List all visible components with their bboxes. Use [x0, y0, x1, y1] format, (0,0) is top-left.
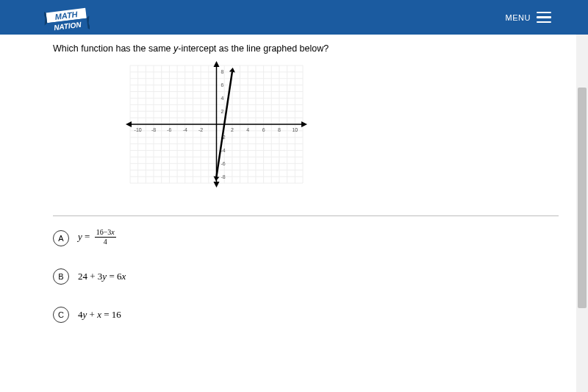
svg-marker-49	[126, 121, 132, 127]
choice-expression: y = 16−3x4	[78, 229, 116, 246]
scrollbar-thumb[interactable]	[578, 88, 587, 308]
choice-letter: A	[53, 230, 69, 246]
content-area: Which function has the same y-intercept …	[0, 35, 588, 392]
svg-marker-50	[214, 61, 220, 67]
svg-text:-10: -10	[135, 127, 142, 132]
menu-label: MENU	[506, 13, 531, 22]
scrollbar[interactable]	[576, 35, 588, 392]
hamburger-icon	[537, 12, 551, 24]
choice-c[interactable]: C 4y + x = 16	[53, 307, 559, 323]
svg-text:-6: -6	[167, 127, 171, 132]
svg-text:8: 8	[278, 127, 281, 132]
svg-text:8: 8	[221, 69, 224, 74]
choice-expression: 4y + x = 16	[78, 309, 121, 321]
choice-expression: 24 + 3y = 6x	[78, 271, 126, 282]
choice-a[interactable]: A y = 16−3x4	[53, 229, 559, 246]
menu-button[interactable]: MENU	[506, 12, 551, 24]
svg-text:-8: -8	[221, 174, 226, 179]
brand-logo: MATH NATION	[44, 6, 90, 35]
choice-letter: B	[53, 268, 69, 285]
svg-text:-4: -4	[183, 127, 187, 132]
svg-marker-48	[301, 121, 307, 127]
svg-text:6: 6	[221, 82, 224, 88]
svg-marker-51	[214, 182, 220, 188]
svg-text:-2: -2	[198, 127, 203, 132]
choice-letter: C	[53, 307, 69, 323]
svg-text:2: 2	[231, 127, 234, 132]
divider	[53, 215, 559, 216]
svg-text:2: 2	[221, 109, 224, 114]
choice-b[interactable]: B 24 + 3y = 6x	[53, 268, 559, 285]
svg-text:-8: -8	[151, 127, 156, 132]
svg-text:-6: -6	[221, 161, 226, 166]
answer-choices: A y = 16−3x4 B 24 + 3y = 6x C 4y + x = 1…	[53, 229, 559, 323]
svg-text:4: 4	[246, 127, 249, 132]
graph: -10-8-6-4-2246810-8-6-4-22468	[115, 60, 318, 195]
app-header: MATH NATION MENU	[0, 0, 588, 35]
question-text: Which function has the same y-intercept …	[53, 43, 559, 54]
svg-text:10: 10	[292, 127, 298, 132]
svg-text:4: 4	[221, 96, 224, 101]
svg-text:6: 6	[262, 127, 265, 132]
